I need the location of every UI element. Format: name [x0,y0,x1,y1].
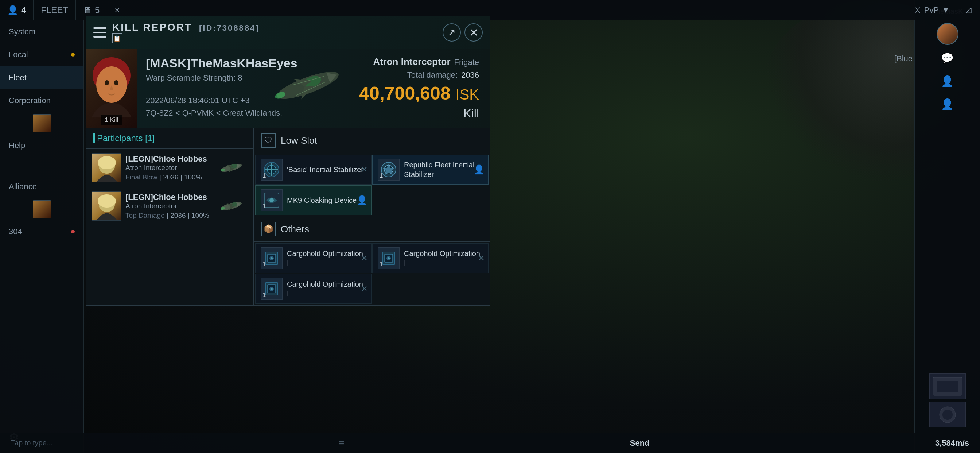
close-icon: × [115,5,119,15]
svg-point-44 [388,257,390,259]
fleet-label-btn[interactable]: FLEET [33,0,76,20]
oth3-close-btn[interactable]: ✕ [361,284,368,293]
send-button[interactable]: Send [630,439,650,448]
close-x-icon: ✕ [469,26,478,39]
p2-stats: Top Damage | 2036 | 100% [126,212,210,220]
p2-damage: 2036 [170,212,186,219]
sidebar-item-corporation[interactable]: Corporation [0,89,83,112]
victim-section: 1 Kill [MASK]TheMasKHasEyes Warp Scrambl… [86,49,490,128]
ships-count: 5 [95,5,100,15]
equip-item-ls3[interactable]: 1 MK9 Cloaking Device 👤 [255,185,372,215]
p1-stats: Final Blow | 2036 | 100% [126,173,210,181]
sidebar-item-alliance[interactable]: Alliance [0,175,83,198]
ls1-close-btn[interactable]: ✕ [361,165,368,174]
ls2-user-btn[interactable]: 👤 [474,164,485,175]
copy-id-btn[interactable]: 📋 [112,33,123,43]
p2-percent: 100% [191,212,209,219]
svg-point-3 [114,80,118,85]
p1-stat-label: Final Blow [126,173,158,181]
sidebar-item-local[interactable]: Local [0,43,83,66]
participant-info-2: [LEGN]Chloe Hobbes Atron Interceptor Top… [126,193,210,220]
sidebar-nav: System Local Fleet Corporation Help Alli… [0,0,83,243]
kill-report-id: [ID:7308884] [199,23,259,32]
kill-report-title: KILL REPORT [112,22,192,33]
sidebar-portrait-1 [0,112,83,134]
ls3-count: 1 [262,203,266,210]
oth2-close-btn[interactable]: ✕ [478,254,485,263]
p1-ship: Atron Interceptor [126,164,210,172]
svg-point-13 [98,156,116,169]
damage-row: Total damage: 2036 [407,70,479,80]
oth3-name: Cargohold Optimization I [287,279,366,298]
others-grid: 1 Cargohold Optimization I ✕ 1 [254,242,490,305]
participant-row-1[interactable]: [LEGN]Chloe Hobbes Atron Interceptor Fin… [86,149,253,187]
low-slot-title: Low Slot [281,135,317,146]
p2-svg [92,192,121,221]
kill-outcome: Kill [463,107,479,120]
damage-value: 2036 [461,70,479,80]
ship-thumb-svg-1 [216,158,247,178]
oth1-icon: 1 [261,247,283,269]
ls3-user-btn[interactable]: 👤 [356,195,368,205]
equip-item-oth1[interactable]: 1 Cargohold Optimization I ✕ [255,243,372,273]
p1-svg [92,153,121,182]
equip-item-oth3[interactable]: 1 Cargohold Optimization I ✕ [255,274,372,304]
sidebar-item-system[interactable]: System [0,21,83,43]
equip-item-ls1[interactable]: 1 'Basic' Inertial Stabilizer ✕ [255,155,372,185]
right-user-icon[interactable]: 👤 [941,75,954,87]
oth3-icon: 1 [261,278,283,300]
sidebar-red-dot-1 [0,157,83,175]
p2-name: [LEGN]Chloe Hobbes [126,193,210,202]
tap-to-type[interactable]: Tap to type... [11,439,53,447]
participant-row-2[interactable]: [LEGN]Chloe Hobbes Atron Interceptor Top… [86,187,253,225]
svg-point-52 [942,410,953,420]
thumb-1 [929,373,966,399]
local-label: Local [9,50,28,59]
participant-info-1: [LEGN]Chloe Hobbes Atron Interceptor Fin… [126,154,210,181]
help-label: Help [9,141,25,150]
kill-badge: 1 Kill [101,115,122,125]
equip-item-ls2[interactable]: 1 Republic Fleet Inertial Stabilizer 👤 [372,155,488,185]
victim-avatar: 1 Kill [86,49,137,128]
right-user-avatar[interactable] [937,23,958,45]
pvp-label: PvP [924,5,939,15]
hamburger-icon[interactable]: ≡ [338,437,344,449]
thumb-svg-1 [931,375,964,397]
thumb-2 [929,402,966,427]
ship-art [253,53,363,118]
modal-close-btn[interactable]: ✕ [465,23,483,41]
isk-value: 40,700,608 [359,83,450,104]
ls2-icon: 1 [378,159,399,180]
modal-actions: ↗ ✕ [442,23,483,41]
oth1-close-btn[interactable]: ✕ [361,254,368,263]
fleet-count-btn[interactable]: 👤 4 [0,0,33,20]
sidebar-item-count[interactable]: 304 [0,220,83,243]
local-dot [71,53,75,57]
others-header: 📦 Others [254,217,490,242]
external-link-icon: ↗ [448,27,456,38]
filter-btn[interactable]: ⊿ [957,4,980,16]
svg-point-1 [96,66,127,103]
svg-point-40 [270,257,273,259]
right-chat-icon[interactable]: 💬 [941,52,954,64]
svg-point-48 [270,288,273,290]
equip-item-oth2[interactable]: 1 Cargohold Optimization I ✕ [372,243,488,273]
fleet-icon: 👤 [7,5,18,15]
sidebar-item-fleet[interactable]: Fleet [0,66,83,89]
kill-count: 1 Kill [105,116,118,123]
ls1-count: 1 [262,172,266,179]
p1-percent: 100% [184,173,202,181]
participant-avatar-1 [92,153,121,182]
external-link-btn[interactable]: ↗ [442,23,461,41]
ls2-count: 1 [380,172,383,179]
ship-svg [257,56,359,115]
sidebar-item-help[interactable]: Help [0,134,83,157]
modal-menu-btn[interactable] [93,27,107,38]
pvp-swords-icon: ⚔ [914,5,921,15]
p1-stat-sep2: | [180,173,184,181]
sidebar: System Local Fleet Corporation Help Alli… [0,0,84,453]
participant-portrait-2 [92,192,121,220]
right-user-icon-2[interactable]: 👤 [941,98,954,110]
participants-title: Participants [1] [97,133,155,144]
pvp-btn[interactable]: ⚔ PvP ▼ [907,5,957,15]
